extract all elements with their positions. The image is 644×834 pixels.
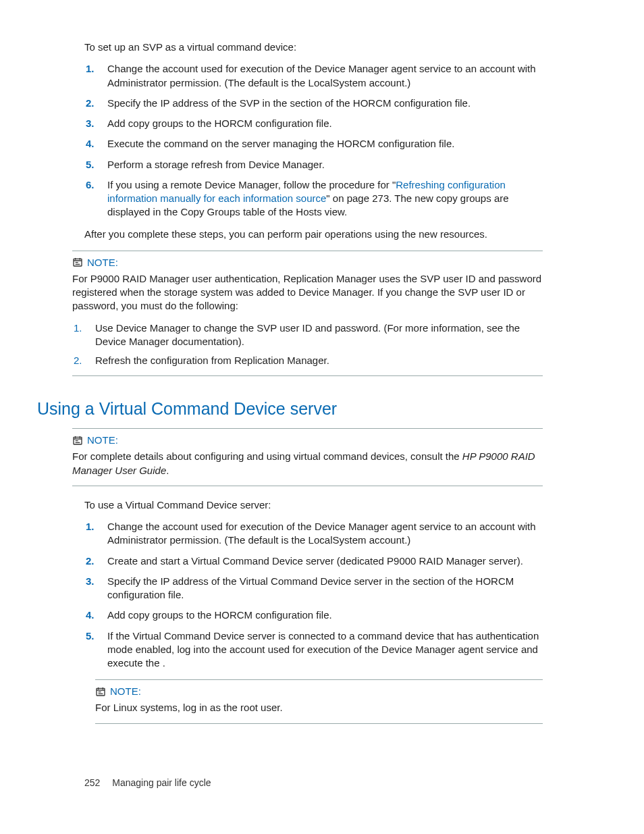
note-header: NOTE: xyxy=(72,257,543,268)
list-item: If the Virtual Command Device server is … xyxy=(105,629,543,671)
note-block-2: NOTE: For complete details about configu… xyxy=(72,428,543,486)
ordered-list-2: Change the account used for execution of… xyxy=(84,520,543,670)
divider xyxy=(72,251,543,251)
list-item: Specify the IP address of the SVP in the… xyxy=(105,97,543,110)
list-item: Specify the IP address of the Virtual Co… xyxy=(105,575,543,602)
note-body: For P9000 RAID Manager user authenticati… xyxy=(72,272,543,313)
intro-paragraph-2: To use a Virtual Command Device server: xyxy=(84,498,543,512)
note-icon xyxy=(72,257,83,267)
ordered-list-1: Change the account used for execution of… xyxy=(84,62,543,219)
content-section-1: To set up an SVP as a virtual command de… xyxy=(84,41,543,241)
divider xyxy=(72,428,543,429)
note-icon xyxy=(95,686,106,697)
section-heading: Using a Virtual Command Device server xyxy=(37,399,543,419)
note-block-1: NOTE: For P9000 RAID Manager user authen… xyxy=(72,251,543,377)
list-item: Execute the command on the server managi… xyxy=(105,137,543,151)
divider xyxy=(95,679,543,680)
note-header: NOTE: xyxy=(72,434,543,446)
note-list-item: Use Device Manager to change the SVP use… xyxy=(92,321,543,349)
page: To set up an SVP as a virtual command de… xyxy=(0,0,644,834)
note-icon xyxy=(72,435,83,446)
page-number: 252 xyxy=(84,777,100,788)
note-body: For complete details about configuring a… xyxy=(72,450,543,477)
list-item: Add copy groups to the HORCM configurati… xyxy=(105,117,543,130)
note-list: Use Device Manager to change the SVP use… xyxy=(72,321,543,368)
list-item: Create and start a Virtual Command Devic… xyxy=(105,554,543,568)
divider xyxy=(72,486,543,486)
list-item: Add copy groups to the HORCM configurati… xyxy=(105,608,543,622)
note-label: NOTE: xyxy=(87,257,118,268)
list-item: If you using a remote Device Manager, fo… xyxy=(105,178,543,219)
note-body: For Linux systems, log in as the root us… xyxy=(95,701,543,714)
list-item: Change the account used for execution of… xyxy=(105,62,543,90)
note-label: NOTE: xyxy=(110,685,141,697)
list-item: Perform a storage refresh from Device Ma… xyxy=(105,158,543,172)
note-header: NOTE: xyxy=(95,685,543,697)
list-item: Change the account used for execution of… xyxy=(105,520,543,548)
note-label: NOTE: xyxy=(87,434,118,446)
note-block-3: NOTE: For Linux systems, log in as the r… xyxy=(95,679,543,723)
content-section-2: To use a Virtual Command Device server: … xyxy=(84,498,543,671)
divider xyxy=(95,723,543,724)
note-text-pre: For complete details about configuring a… xyxy=(72,450,462,462)
note-text-post: . xyxy=(166,465,169,476)
list-item-text-pre: If you using a remote Device Manager, fo… xyxy=(107,179,396,190)
note-list-item: Refresh the configuration from Replicati… xyxy=(92,354,543,367)
after-paragraph: After you complete these steps, you can … xyxy=(84,228,543,241)
divider xyxy=(72,375,543,376)
intro-paragraph: To set up an SVP as a virtual command de… xyxy=(84,41,543,54)
footer-title: Managing pair life cycle xyxy=(112,777,211,788)
page-footer: 252 Managing pair life cycle xyxy=(84,777,211,788)
